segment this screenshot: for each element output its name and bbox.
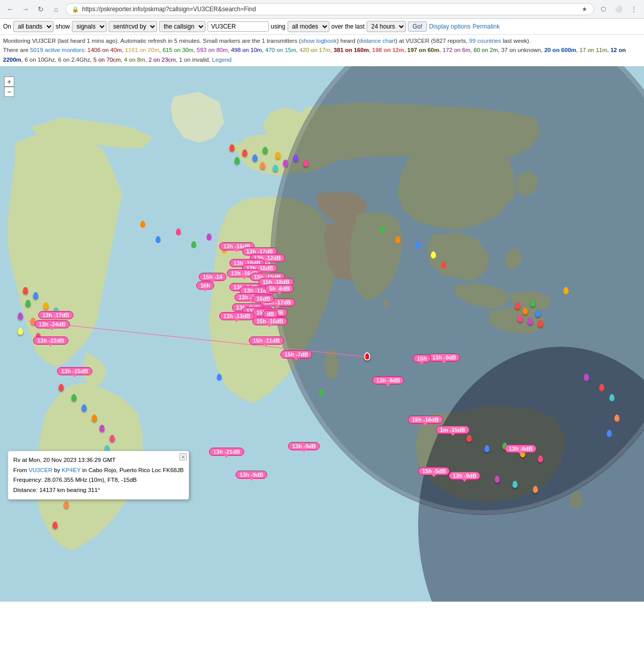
map-marker[interactable] <box>71 394 76 403</box>
map-marker[interactable] <box>380 226 385 235</box>
map-marker[interactable] <box>515 302 520 311</box>
map-marker[interactable] <box>43 302 48 311</box>
map-marker[interactable] <box>467 435 472 444</box>
map-marker[interactable] <box>395 236 400 245</box>
signal-label[interactable]: 16h <box>196 281 214 290</box>
map-marker[interactable] <box>431 251 436 260</box>
back-button[interactable]: ← <box>4 3 16 15</box>
map-marker[interactable] <box>609 394 614 403</box>
map-marker[interactable] <box>614 415 620 423</box>
map-marker[interactable] <box>53 522 58 530</box>
signal-label[interactable]: 1m -15dB <box>436 426 470 434</box>
map-marker[interactable] <box>441 262 446 270</box>
signal-label[interactable]: 15h -16dB <box>252 317 288 325</box>
map-marker[interactable] <box>242 149 247 158</box>
signal-label[interactable]: 16h -16dB <box>408 416 443 424</box>
signal-label[interactable]: 16dB <box>252 295 274 303</box>
signal-label[interactable]: 5h -6dB <box>265 284 294 293</box>
signal-label[interactable]: 15h <box>413 354 431 363</box>
show-select[interactable]: signalsspotsboth <box>72 21 107 32</box>
signal-label[interactable]: 15h -7dB <box>280 350 312 358</box>
signal-label[interactable]: 13h -15dB <box>57 367 92 375</box>
vu3cer-marker[interactable] <box>364 352 370 362</box>
reload-button[interactable]: ↻ <box>35 3 47 15</box>
signal-label[interactable]: 15h -5dB <box>418 467 450 475</box>
map-marker[interactable] <box>303 160 308 168</box>
map-marker[interactable] <box>512 481 518 489</box>
legend-link[interactable]: Legend <box>212 57 231 63</box>
map-marker[interactable] <box>156 236 161 245</box>
map-marker[interactable] <box>23 287 28 296</box>
map-marker[interactable] <box>584 374 589 382</box>
permalink-link[interactable]: Permalink <box>473 23 500 30</box>
go-button[interactable]: Go! <box>408 21 427 32</box>
map-marker[interactable] <box>538 455 543 464</box>
show-logbook-link[interactable]: show logbook <box>301 38 337 44</box>
map-marker[interactable] <box>217 374 222 382</box>
map-marker[interactable] <box>263 147 268 156</box>
signal-label[interactable]: 15h -14 <box>199 273 226 281</box>
map-marker[interactable] <box>18 313 23 321</box>
map-marker[interactable] <box>484 445 490 454</box>
profile-button[interactable]: ⚪ <box>612 3 625 15</box>
map-marker[interactable] <box>176 228 181 237</box>
tooltip-by-call[interactable]: KP4EY <box>62 467 81 473</box>
map-marker[interactable] <box>235 157 240 166</box>
bands-select[interactable]: all bands160m80m60m40m30m20m17m15m12m10m… <box>13 21 54 32</box>
map-marker[interactable] <box>59 384 64 393</box>
map-marker[interactable] <box>92 415 97 423</box>
map-marker[interactable] <box>538 320 543 329</box>
map-marker[interactable] <box>563 287 569 296</box>
zoom-in-button[interactable]: + <box>4 76 14 87</box>
map-marker[interactable] <box>283 160 288 168</box>
forward-button[interactable]: → <box>19 3 32 15</box>
map-marker[interactable] <box>273 165 278 173</box>
tooltip-close-button[interactable]: × <box>179 453 187 460</box>
signal-label[interactable]: 13h -9dB <box>236 471 267 479</box>
menu-button[interactable]: ⋮ <box>628 3 640 15</box>
map-marker[interactable] <box>82 404 87 413</box>
callsign-input[interactable] <box>208 21 269 32</box>
extensions-button[interactable]: ⬡ <box>597 3 609 15</box>
display-options-link[interactable]: Display options <box>429 23 470 30</box>
map-marker[interactable] <box>33 292 38 301</box>
map-marker[interactable] <box>530 300 535 308</box>
map-marker[interactable] <box>18 328 23 337</box>
map-marker[interactable] <box>260 162 265 171</box>
signal-label[interactable]: 13h -6dB <box>505 445 536 453</box>
signal-label[interactable]: 13h -21dB <box>209 448 244 456</box>
countries-link[interactable]: 99 countries <box>469 38 501 44</box>
signal-label[interactable]: 13h -9dB <box>372 376 404 384</box>
map-marker[interactable] <box>416 241 421 250</box>
map-marker[interactable] <box>25 300 31 308</box>
signal-label[interactable]: 13h -9dB <box>449 472 480 480</box>
bookmark-icon[interactable]: ★ <box>582 6 587 13</box>
signal-label[interactable]: 13h -17dB <box>38 311 73 319</box>
map-marker[interactable] <box>207 234 212 242</box>
signal-label[interactable]: 13h -13dB <box>219 312 254 320</box>
map-marker[interactable] <box>110 435 115 444</box>
map-marker[interactable] <box>533 486 538 495</box>
map-marker[interactable] <box>607 430 612 438</box>
zoom-out-button[interactable]: − <box>4 87 14 97</box>
direction-select[interactable]: sent/rcvd bysent byrcvd by <box>109 21 157 32</box>
map-marker[interactable] <box>99 425 105 433</box>
signal-label[interactable]: 13h -24dB <box>35 320 70 328</box>
map-marker[interactable] <box>275 152 280 161</box>
address-bar[interactable]: 🔒 https://pskreporter.info/pskmap?callsi… <box>65 3 594 15</box>
map-marker[interactable] <box>518 315 523 324</box>
map-marker[interactable] <box>535 310 540 319</box>
map-marker[interactable] <box>528 318 533 326</box>
map-marker[interactable] <box>229 144 235 153</box>
active-monitors-link[interactable]: 5019 active monitors <box>30 47 84 53</box>
map-marker[interactable] <box>293 154 298 163</box>
time-select[interactable]: 1 hour2 hours3 hours6 hours12 hours24 ho… <box>367 21 406 32</box>
map-marker[interactable] <box>191 241 196 250</box>
map-marker[interactable] <box>252 154 257 163</box>
signal-label[interactable]: 13h -22dB <box>33 337 68 345</box>
map-marker[interactable] <box>523 307 528 316</box>
home-button[interactable]: ⌂ <box>50 3 62 15</box>
signal-label[interactable]: 13h -9dB <box>428 353 460 361</box>
tooltip-from-call[interactable]: VU3CER <box>29 467 53 473</box>
distance-chart-link[interactable]: distance chart <box>359 38 396 44</box>
